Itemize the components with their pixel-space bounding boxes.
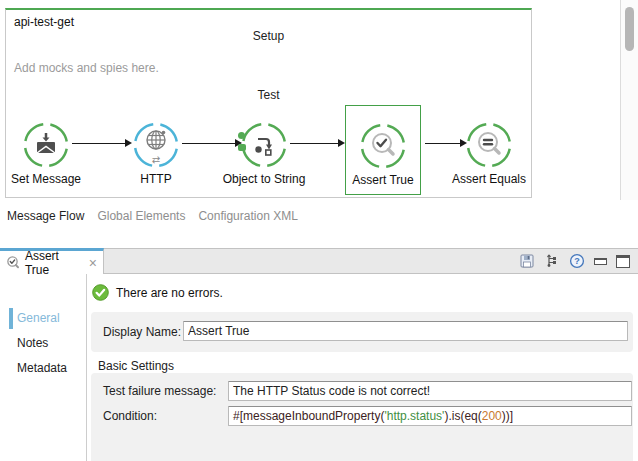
globe-icon (143, 128, 169, 154)
status-text: There are no errors. (116, 286, 223, 300)
basic-settings-title: Basic Settings (98, 359, 174, 373)
node-assert-equals[interactable]: Assert Equals (451, 105, 527, 195)
node-object-to-string[interactable]: Object to String (226, 105, 302, 195)
node-http[interactable]: ⇄ HTTP (118, 105, 194, 195)
tab-title: Assert True (25, 249, 82, 277)
node-label: Set Message (0, 172, 101, 186)
sidebar-item-metadata[interactable]: Metadata (0, 356, 86, 381)
condition-input[interactable]: #[messageInboundProperty('http.status').… (228, 406, 632, 426)
properties-tabbar: Assert True × (0, 248, 638, 274)
basic-settings-group: Test failure message: Condition: #[messa… (91, 373, 633, 461)
no-errors-icon (92, 284, 109, 301)
node-label: Assert True (328, 173, 438, 187)
test-failure-message-label: Test failure message: (103, 381, 216, 401)
tab-message-flow[interactable]: Message Flow (7, 209, 84, 223)
outline-tree-icon[interactable] (544, 253, 560, 269)
node-label: HTTP (101, 172, 211, 186)
tab-assert-true[interactable]: Assert True × (0, 248, 104, 274)
transform-icon (251, 132, 277, 158)
status-row: There are no errors. (92, 284, 223, 301)
close-icon[interactable]: × (89, 256, 97, 270)
sidebar-item-general[interactable]: General (0, 306, 86, 331)
display-name-group: Display Name: (91, 312, 633, 352)
display-name-input[interactable] (183, 321, 628, 341)
node-assert-true[interactable]: Assert True (345, 105, 421, 195)
properties-body: General Notes Metadata There are no erro… (0, 274, 638, 461)
assert-check-icon (6, 255, 20, 270)
properties-content: There are no errors. Display Name: Basic… (88, 274, 638, 461)
flow-title: api-test-get (14, 15, 74, 29)
properties-sidebar: General Notes Metadata (0, 274, 87, 461)
assert-equals-icon (474, 129, 504, 159)
test-phase-label: Test (6, 88, 531, 102)
test-failure-message-input[interactable] (228, 381, 632, 401)
condition-text: ))] (502, 409, 513, 423)
canvas-vertical-scrollbar[interactable] (620, 0, 638, 200)
editor-view-tabs: Message Flow Global Elements Configurati… (0, 205, 637, 227)
application-window: api-test-get Setup Add mocks and spies h… (0, 0, 638, 461)
help-icon[interactable]: ? (569, 253, 585, 269)
envelope-icon (34, 132, 58, 156)
sidebar-item-notes[interactable]: Notes (0, 331, 86, 356)
tab-configuration-xml[interactable]: Configuration XML (198, 209, 297, 223)
http-swap-glyph: ⇄ (152, 155, 160, 165)
condition-number: 200 (482, 409, 502, 423)
svg-text:?: ? (574, 256, 580, 266)
panel-toolbar: ? (519, 249, 630, 273)
tab-global-elements[interactable]: Global Elements (97, 209, 185, 223)
node-set-message[interactable]: Set Message (8, 105, 84, 195)
assert-check-icon (368, 130, 398, 160)
flow-canvas[interactable]: api-test-get Setup Add mocks and spies h… (5, 8, 532, 198)
minimize-icon[interactable] (594, 258, 607, 265)
setup-phase-label: Setup (6, 29, 531, 43)
condition-label: Condition: (103, 406, 157, 426)
spy-dot (238, 132, 245, 139)
maximize-icon[interactable] (616, 255, 630, 268)
node-label: Assert Equals (434, 172, 544, 186)
properties-panel: Assert True × (0, 248, 638, 461)
display-name-label: Display Name: (103, 322, 181, 342)
condition-text: #[messageInboundProperty( (233, 409, 384, 423)
node-label: Object to String (209, 172, 319, 186)
save-icon[interactable] (519, 253, 535, 269)
condition-text: ).is(eq( (444, 409, 481, 423)
setup-hint-text: Add mocks and spies here. (14, 61, 159, 75)
spy-dash (238, 144, 246, 151)
scrollbar-thumb[interactable] (625, 7, 634, 51)
condition-string: 'http.status' (384, 409, 444, 423)
